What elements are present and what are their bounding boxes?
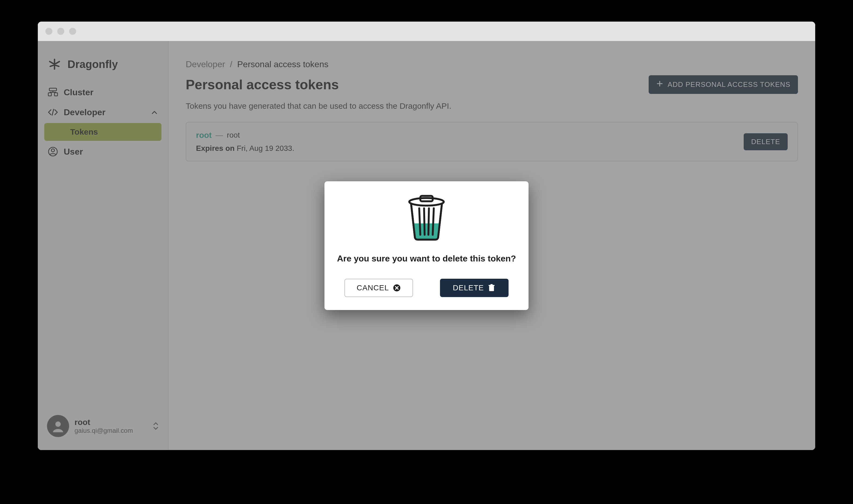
modal-actions: CANCEL DELETE	[335, 279, 518, 297]
window-minimize-button[interactable]	[57, 28, 64, 35]
cancel-button[interactable]: CANCEL	[344, 279, 413, 297]
app-window: Dragonfly Clu	[38, 22, 815, 450]
window-titlebar	[38, 22, 815, 41]
trash-icon	[406, 194, 447, 242]
window-close-button[interactable]	[45, 28, 52, 35]
svg-rect-29	[491, 284, 493, 285]
confirm-delete-button-label: DELETE	[453, 284, 484, 292]
modal-overlay[interactable]: Are you sure you want to delete this tok…	[38, 41, 815, 450]
window-maximize-button[interactable]	[69, 28, 76, 35]
svg-line-21	[424, 208, 425, 235]
svg-line-22	[428, 208, 429, 235]
confirm-delete-button[interactable]: DELETE	[440, 279, 509, 297]
modal-title: Are you sure you want to delete this tok…	[337, 254, 516, 264]
svg-rect-27	[489, 286, 494, 291]
delete-confirm-modal: Are you sure you want to delete this tok…	[324, 181, 529, 310]
svg-line-23	[433, 208, 434, 235]
app-body: Dragonfly Clu	[38, 41, 815, 450]
cancel-button-label: CANCEL	[357, 284, 389, 292]
trash-small-icon	[487, 284, 496, 292]
cancel-circle-icon	[393, 284, 401, 292]
svg-line-20	[419, 208, 420, 235]
